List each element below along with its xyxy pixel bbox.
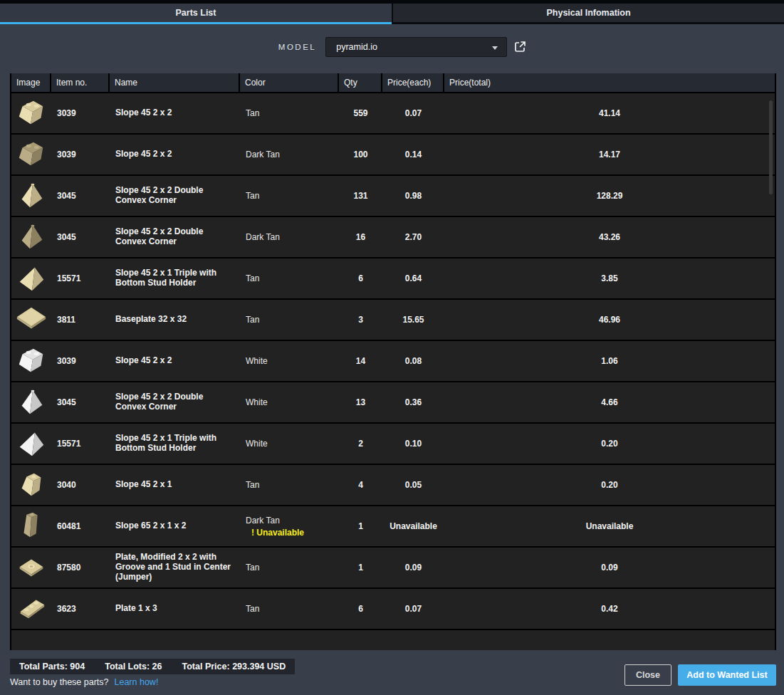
part-color: Tan: [246, 604, 259, 614]
part-color: White: [246, 356, 268, 366]
tab-parts-list-label: Parts List: [176, 8, 216, 18]
model-section: MODEL pyramid.io: [10, 24, 774, 70]
tab-parts-list[interactable]: Parts List: [0, 4, 392, 24]
open-in-new-icon[interactable]: [513, 40, 527, 54]
price-each: 0.98: [405, 191, 422, 201]
tab-physical-information[interactable]: Physical Infomation: [392, 4, 784, 24]
table-row[interactable]: 87580 Plate, Modified 2 x 2 with Groove …: [11, 548, 775, 589]
add-to-wanted-list-button[interactable]: Add to Wanted List: [678, 664, 776, 686]
column-header: Price(each): [382, 73, 444, 92]
table-row[interactable]: 3811 Baseplate 32 x 32 Tan 3 15.65 46.96: [11, 300, 775, 341]
corner-slope-part-image: [15, 385, 48, 420]
item-no: 87580: [57, 563, 80, 573]
price-total: 4.66: [601, 397, 617, 407]
price-total: 14.17: [599, 150, 620, 160]
item-no: 3045: [57, 232, 76, 242]
part-name: Slope 45 2 x 2 Double Convex Corner: [115, 186, 233, 206]
close-button[interactable]: Close: [624, 664, 671, 686]
part-color: Tan: [246, 273, 259, 283]
part-name: Slope 45 2 x 1: [115, 480, 172, 490]
table-row[interactable]: 3045 Slope 45 2 x 2 Double Convex Corner…: [11, 382, 775, 424]
part-qty: 131: [353, 191, 367, 201]
corner-slope-part-image: [15, 219, 48, 255]
learn-how-link[interactable]: Learn how!: [115, 677, 159, 687]
part-qty: 3: [358, 315, 363, 325]
item-no: 3039: [57, 356, 76, 366]
part-name: Baseplate 32 x 32: [115, 315, 187, 325]
table-header: ImageItem no.NameColorQtyPrice(each)Pric…: [11, 73, 775, 93]
part-qty: 1: [358, 563, 363, 573]
part-color: Tan: [246, 191, 259, 201]
price-each: Unavailable: [390, 521, 437, 531]
price-total: 128.29: [597, 191, 623, 201]
price-total: 43.26: [599, 232, 620, 242]
unavailable-warning: ! Unavailable: [246, 528, 304, 538]
part-name: Plate 1 x 3: [115, 604, 157, 614]
table-row[interactable]: 3045 Slope 45 2 x 2 Double Convex Corner…: [11, 176, 775, 217]
item-no: 3039: [57, 150, 76, 160]
price-total: 0.09: [601, 563, 617, 573]
price-each: 0.36: [405, 397, 422, 407]
total-lots: Total Lots: 26: [105, 662, 162, 672]
part-color: Dark Tan: [246, 516, 280, 526]
table-row[interactable]: 3045 Slope 45 2 x 2 Double Convex Corner…: [11, 217, 775, 258]
part-name: Slope 45 2 x 2 Double Convex Corner: [115, 392, 233, 412]
price-each: 0.09: [405, 563, 422, 573]
corner-slope-part-image: [15, 178, 48, 214]
jumper-plate-part-image: [15, 550, 48, 585]
item-no: 15571: [57, 439, 80, 449]
table-row[interactable]: 15571 Slope 45 2 x 1 Triple with Bottom …: [11, 258, 775, 300]
scrollbar-thumb[interactable]: [769, 100, 773, 194]
price-each: 15.65: [402, 315, 424, 325]
part-qty: 1: [358, 521, 363, 531]
part-qty: 16: [356, 232, 365, 242]
column-header: Price(total): [444, 73, 775, 92]
price-total: 46.96: [599, 315, 620, 325]
part-color: Dark Tan: [246, 232, 280, 242]
price-total: 3.85: [601, 273, 617, 283]
item-no: 60481: [57, 521, 80, 531]
item-no: 3039: [57, 108, 76, 118]
part-name: Plate, Modified 2 x 2 with Groove and 1 …: [115, 553, 233, 582]
part-qty: 2: [358, 439, 363, 449]
model-dropdown[interactable]: pyramid.io: [325, 37, 507, 57]
table-row[interactable]: 3623 Plate 1 x 3 Tan 6 0.07 0.42: [11, 589, 775, 630]
totals-bar: Total Parts: 904 Total Lots: 26 Total Pr…: [10, 659, 295, 674]
table-row[interactable]: 3040 Slope 45 2 x 1 Tan 4 0.05 0.20: [11, 465, 775, 506]
part-qty: 6: [358, 604, 363, 614]
price-each: 0.05: [405, 480, 422, 490]
part-color: White: [246, 397, 268, 407]
part-color: Tan: [246, 315, 259, 325]
caret-down-icon: [492, 46, 498, 50]
table-row[interactable]: 3039 Slope 45 2 x 2 Dark Tan 100 0.14 14…: [11, 135, 775, 176]
table-row[interactable]: 60481 Slope 65 2 x 1 x 2 Dark Tan ! Unav…: [11, 506, 775, 548]
item-no: 3623: [57, 604, 76, 614]
plate-1x3-part-image: [15, 591, 48, 627]
slope-2x2-part-image: [15, 95, 48, 131]
part-qty: 14: [356, 356, 365, 366]
price-each: 0.08: [405, 356, 422, 366]
column-header: Color: [240, 73, 339, 92]
wedge-slope-part-image: [15, 426, 48, 461]
buy-prompt: Want to buy these parts?: [10, 677, 109, 687]
wedge-slope-part-image: [15, 261, 48, 296]
part-name: Slope 45 2 x 2: [115, 108, 172, 118]
price-each: 0.10: [405, 439, 422, 449]
part-name: Slope 45 2 x 1 Triple with Bottom Stud H…: [115, 268, 233, 288]
part-qty: 4: [358, 480, 363, 490]
item-no: 3811: [57, 315, 75, 325]
part-color: Tan: [246, 563, 259, 573]
table-row[interactable]: 3039 Slope 45 2 x 2 White 14 0.08 1.06: [11, 341, 775, 382]
tab-physical-information-label: Physical Infomation: [546, 8, 630, 18]
part-color: White: [246, 439, 268, 449]
part-name: Slope 45 2 x 1 Triple with Bottom Stud H…: [115, 434, 233, 454]
model-selected-value: pyramid.io: [326, 42, 377, 52]
slope-2x2-part-image: [15, 343, 48, 379]
table-row[interactable]: 15571 Slope 45 2 x 1 Triple with Bottom …: [11, 424, 775, 465]
price-each: 0.07: [405, 604, 422, 614]
column-header: Qty: [339, 73, 382, 92]
buy-row: Want to buy these parts? Learn how!: [10, 677, 158, 687]
table-row[interactable]: 3039 Slope 45 2 x 2 Tan 559 0.07 41.14: [11, 93, 775, 135]
price-each: 2.70: [405, 232, 422, 242]
part-name: Slope 45 2 x 2: [115, 150, 172, 160]
